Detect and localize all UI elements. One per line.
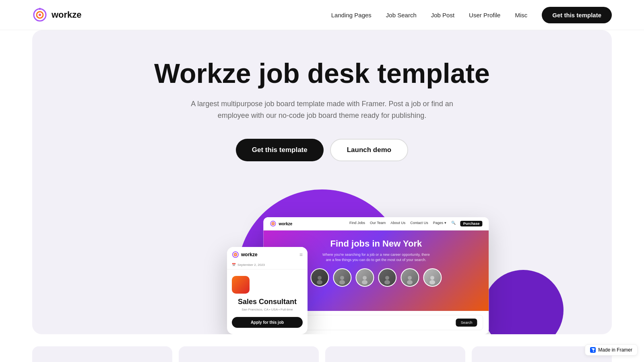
- avatar-4: [378, 268, 396, 287]
- mobile-job-title: Sales Consultant: [232, 298, 303, 306]
- avatar-6: [423, 268, 442, 287]
- desktop-hero-subtitle: Where you're searching for a job or a ne…: [320, 252, 432, 262]
- nav-misc[interactable]: Misc: [515, 12, 527, 19]
- mobile-mockup: workze ≡ 📅 September 2, 2023 Sales Consu…: [227, 247, 308, 334]
- desktop-nav-our-team: Our Team: [370, 221, 386, 226]
- desktop-nav-search-icon: 🔍: [451, 221, 456, 226]
- nav-job-post[interactable]: Job Post: [431, 12, 454, 19]
- svg-point-21: [429, 280, 435, 285]
- avatar-face-2: [337, 274, 347, 286]
- hero-subtitle: A largest multipurpose job board templat…: [185, 98, 459, 121]
- svg-point-9: [272, 221, 273, 222]
- strip-card-2: [179, 346, 319, 362]
- mobile-apply-button[interactable]: Apply for this job: [232, 317, 303, 328]
- svg-point-19: [407, 280, 413, 285]
- mobile-menu-icon: ≡: [299, 251, 303, 258]
- mobile-date-bar: 📅 September 2, 2023: [227, 261, 308, 269]
- mobile-job-meta: San Francisco, CA • USA • Full-time: [232, 308, 303, 311]
- svg-point-13: [339, 280, 345, 285]
- svg-point-18: [408, 276, 412, 280]
- mockup-container: workze Find Jobs Our Team About Us Conta…: [56, 185, 588, 334]
- hero-title: Workze job desk template: [56, 58, 588, 88]
- framer-badge: Made in Framer: [585, 344, 638, 356]
- framer-icon: [590, 347, 596, 353]
- avatar-2: [333, 268, 351, 287]
- nav-job-search[interactable]: Job Search: [386, 12, 417, 19]
- purple-circle-right-decoration: [483, 270, 564, 334]
- navbar-cta-button[interactable]: Get this template: [542, 7, 612, 23]
- logo[interactable]: workze: [32, 7, 82, 23]
- avatar-face-5: [405, 274, 415, 286]
- mobile-mockup-logo: workze: [232, 251, 258, 258]
- desktop-nav-about-us: About Us: [390, 221, 405, 226]
- desktop-nav-pages: Pages ▾: [433, 221, 446, 226]
- svg-point-10: [318, 276, 322, 280]
- mobile-company-logo: [232, 276, 250, 294]
- avatar-face-6: [427, 274, 438, 286]
- svg-point-16: [385, 276, 389, 280]
- desktop-nav-find-jobs: Find Jobs: [349, 221, 365, 226]
- desktop-nav-contact-us: Contact Us: [410, 221, 428, 226]
- svg-point-15: [362, 280, 367, 285]
- avatar-face-3: [360, 274, 370, 286]
- desktop-mockup-logo-text: workze: [279, 222, 292, 226]
- strip-card-1: [32, 346, 172, 362]
- mobile-date: September 2, 2023: [237, 263, 265, 267]
- hero-launch-demo-button[interactable]: Launch demo: [330, 139, 409, 161]
- framer-badge-text: Made in Framer: [598, 347, 632, 353]
- avatar-5: [400, 268, 419, 287]
- svg-point-14: [363, 276, 367, 280]
- strip-card-3: [325, 346, 465, 362]
- desktop-nav-purchase: Purchase: [460, 221, 483, 226]
- avatar-face-1: [315, 274, 325, 286]
- avatar-3: [355, 268, 374, 287]
- calendar-icon: 📅: [232, 263, 236, 267]
- hero-get-template-button[interactable]: Get this template: [236, 139, 324, 161]
- bottom-strip: [32, 346, 612, 362]
- svg-point-4: [39, 8, 41, 10]
- svg-point-25: [235, 254, 236, 255]
- hero-section: Workze job desk template A largest multi…: [32, 30, 612, 334]
- svg-point-17: [384, 280, 390, 285]
- avatar-face-4: [382, 274, 392, 286]
- mobile-mockup-logo-icon: [232, 251, 239, 258]
- navbar: workze Landing Pages Job Search Job Post…: [0, 0, 644, 30]
- svg-point-12: [340, 276, 344, 280]
- svg-point-20: [430, 276, 434, 280]
- avatar-1: [310, 268, 329, 287]
- desktop-mockup-nav: workze Find Jobs Our Team About Us Conta…: [263, 217, 489, 230]
- brand-name: workze: [52, 10, 82, 20]
- desktop-mockup-nav-links: Find Jobs Our Team About Us Contact Us P…: [349, 221, 483, 226]
- svg-point-11: [317, 280, 322, 285]
- nav-links: Landing Pages Job Search Job Post User P…: [331, 7, 612, 23]
- desktop-search-button[interactable]: Search: [456, 319, 477, 327]
- nav-user-profile[interactable]: User Profile: [469, 12, 500, 19]
- mobile-job-content: Sales Consultant San Francisco, CA • USA…: [227, 269, 308, 334]
- hero-buttons: Get this template Launch demo: [56, 139, 588, 161]
- desktop-mockup-logo-icon: [270, 220, 276, 227]
- desktop-hero-title: Find jobs in New York: [330, 239, 422, 249]
- mobile-mockup-logo-text: workze: [241, 252, 258, 257]
- workze-logo-icon: [32, 7, 47, 23]
- svg-point-26: [235, 251, 236, 252]
- desktop-mockup-logo: workze: [270, 220, 292, 227]
- nav-landing-pages[interactable]: Landing Pages: [331, 12, 372, 19]
- svg-point-8: [272, 223, 274, 224]
- mobile-mockup-nav: workze ≡: [227, 247, 308, 261]
- svg-point-3: [39, 14, 41, 16]
- desktop-hero-avatars: [310, 268, 442, 287]
